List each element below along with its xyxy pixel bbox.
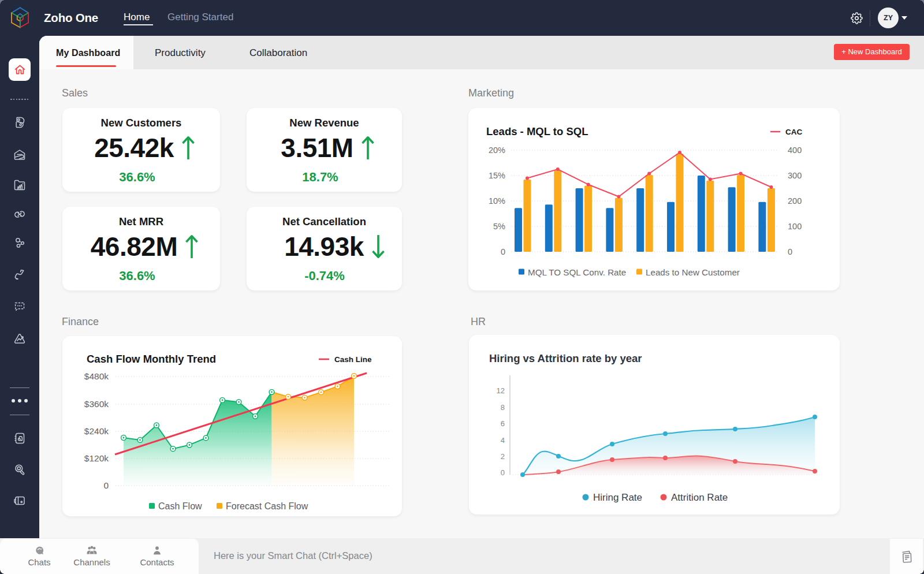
svg-text:Hiring vs Attrition rate by ye: Hiring vs Attrition rate by year bbox=[489, 352, 642, 364]
svg-text:6: 6 bbox=[501, 419, 505, 428]
svg-text:20%: 20% bbox=[489, 146, 505, 155]
svg-text:8: 8 bbox=[501, 403, 505, 412]
svg-text:Cash Flow: Cash Flow bbox=[158, 501, 202, 511]
svg-text:$360k: $360k bbox=[84, 399, 109, 409]
svg-text:Cash Flow Monthly Trend: Cash Flow Monthly Trend bbox=[87, 353, 216, 365]
svg-text:300: 300 bbox=[788, 171, 802, 180]
svg-text:Attrition Rate: Attrition Rate bbox=[671, 492, 728, 503]
svg-text:MQL TO SQL Conv. Rate: MQL TO SQL Conv. Rate bbox=[528, 267, 626, 277]
svg-text:4: 4 bbox=[501, 436, 505, 445]
svg-text:5%: 5% bbox=[493, 222, 505, 231]
svg-text:0: 0 bbox=[501, 247, 505, 256]
svg-text:Hiring Rate: Hiring Rate bbox=[593, 492, 642, 503]
svg-text:Forecast Cash Flow: Forecast Cash Flow bbox=[226, 501, 308, 511]
svg-text:Leads to New Customer: Leads to New Customer bbox=[646, 267, 740, 277]
svg-text:10%: 10% bbox=[489, 196, 505, 206]
svg-text:$120k: $120k bbox=[84, 453, 109, 463]
svg-text:0: 0 bbox=[501, 468, 505, 477]
svg-text:$240k: $240k bbox=[84, 426, 109, 436]
svg-text:$480k: $480k bbox=[84, 371, 109, 381]
svg-text:0: 0 bbox=[103, 480, 109, 490]
svg-text:400: 400 bbox=[788, 146, 802, 155]
svg-text:Cash Line: Cash Line bbox=[334, 355, 372, 364]
svg-text:200: 200 bbox=[788, 196, 802, 206]
svg-text:Leads - MQL to SQL: Leads - MQL to SQL bbox=[486, 125, 588, 137]
svg-text:12: 12 bbox=[497, 386, 505, 395]
svg-text:CAC: CAC bbox=[785, 128, 802, 136]
svg-text:2: 2 bbox=[501, 452, 505, 461]
svg-text:15%: 15% bbox=[489, 171, 505, 180]
svg-text:0: 0 bbox=[788, 247, 792, 256]
svg-text:100: 100 bbox=[788, 222, 802, 231]
